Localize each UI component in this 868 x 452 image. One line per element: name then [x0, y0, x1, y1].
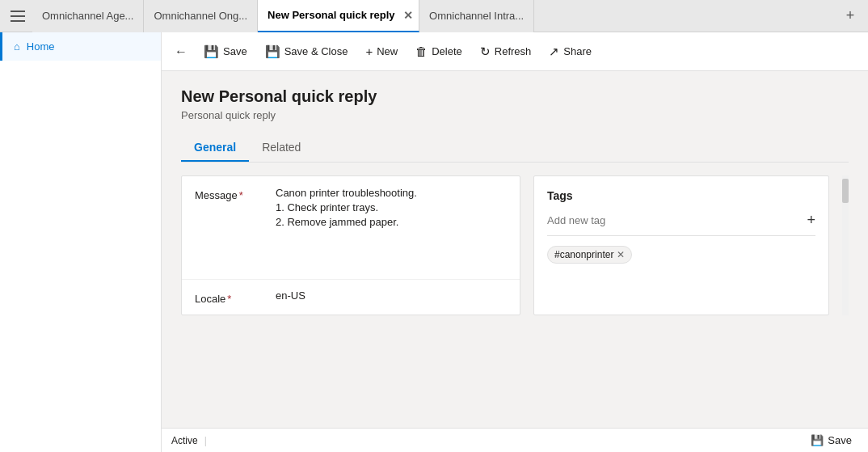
tab-omnichannel-ong[interactable]: Omnichannel Ong... [144, 0, 258, 32]
tab-new-personal-quick-reply[interactable]: New Personal quick reply ✕ [258, 0, 419, 32]
status-save-icon: 💾 [811, 434, 824, 446]
status-save-button[interactable]: 💾 Save [804, 431, 858, 450]
share-icon: ↗ [549, 44, 559, 59]
toolbar: ← 💾 Save 💾 Save & Close + New 🗑 Delete ↻… [162, 32, 868, 71]
sidebar: ⌂ Home [0, 32, 162, 452]
page-subtitle: Personal quick reply [181, 109, 849, 121]
status-bar: Active | 💾 Save [162, 428, 868, 452]
tags-title: Tags [547, 189, 815, 202]
svg-rect-0 [11, 11, 25, 12]
status-text: Active | [171, 435, 207, 446]
tab-related[interactable]: Related [249, 134, 314, 162]
delete-button[interactable]: 🗑 Delete [407, 40, 470, 63]
status-divider: | [204, 435, 207, 446]
page-scrollbar[interactable] [842, 175, 849, 315]
content-area: ← 💾 Save 💾 Save & Close + New 🗑 Delete ↻… [162, 32, 868, 452]
message-input[interactable]: Canon printer troubleshooting. 1. Check … [276, 186, 507, 267]
add-tab-button[interactable]: + [836, 0, 865, 32]
menu-icon[interactable] [3, 0, 32, 32]
refresh-button[interactable]: ↻ Refresh [472, 40, 540, 64]
sidebar-item-home[interactable]: ⌂ Home [0, 32, 161, 61]
new-icon: + [365, 44, 373, 58]
tab-nav: General Related [181, 134, 849, 163]
page-title: New Personal quick reply [181, 87, 849, 106]
tags-chips-container: #canonprinter ✕ [547, 246, 815, 264]
page-scrollbar-thumb [842, 179, 849, 203]
tags-card: Tags + #canonprinter ✕ [533, 175, 829, 315]
home-icon: ⌂ [14, 40, 20, 53]
save-icon: 💾 [204, 44, 219, 59]
locale-value[interactable]: en-US [276, 289, 507, 302]
form-section: Message* Canon printer troubleshooting. … [181, 175, 849, 315]
tab-omnichannel-intra[interactable]: Omnichannel Intra... [419, 0, 534, 32]
svg-rect-2 [11, 20, 25, 22]
delete-icon: 🗑 [415, 44, 428, 58]
status-active: Active [171, 435, 198, 446]
add-tag-button[interactable]: + [807, 212, 815, 229]
tags-input-row: + [547, 212, 815, 236]
message-label: Message* [195, 186, 276, 201]
locale-label: Locale* [195, 289, 276, 305]
back-button[interactable]: ← [168, 40, 194, 64]
tab-omnichannel-age[interactable]: Omnichannel Age... [32, 0, 144, 32]
tab-bar: Omnichannel Age... Omnichannel Ong... Ne… [0, 0, 868, 32]
tag-remove-button[interactable]: ✕ [617, 250, 625, 260]
new-button[interactable]: + New [357, 40, 406, 63]
refresh-icon: ↻ [480, 44, 491, 59]
locale-row: Locale* en-US [182, 280, 520, 315]
share-button[interactable]: ↗ Share [541, 40, 600, 64]
form-card: Message* Canon printer troubleshooting. … [181, 175, 520, 315]
svg-rect-1 [11, 15, 25, 17]
message-row: Message* Canon printer troubleshooting. … [182, 176, 520, 280]
save-close-button[interactable]: 💾 Save & Close [257, 40, 356, 64]
main-layout: ⌂ Home ← 💾 Save 💾 Save & Close + New 🗑 D… [0, 32, 868, 452]
locale-required: * [227, 293, 231, 305]
save-button[interactable]: 💾 Save [196, 40, 255, 64]
message-required: * [239, 189, 243, 201]
message-container: Canon printer troubleshooting. 1. Check … [276, 186, 507, 269]
save-close-icon: 💾 [265, 44, 280, 59]
tab-close-icon[interactable]: ✕ [403, 10, 413, 21]
tabs-container: Omnichannel Age... Omnichannel Ong... Ne… [32, 0, 836, 32]
tag-label: #canonprinter [554, 249, 613, 260]
tab-general[interactable]: General [181, 134, 249, 162]
add-tag-input[interactable] [547, 214, 807, 226]
tag-chip: #canonprinter ✕ [547, 246, 632, 264]
page-content: New Personal quick reply Personal quick … [162, 71, 868, 428]
